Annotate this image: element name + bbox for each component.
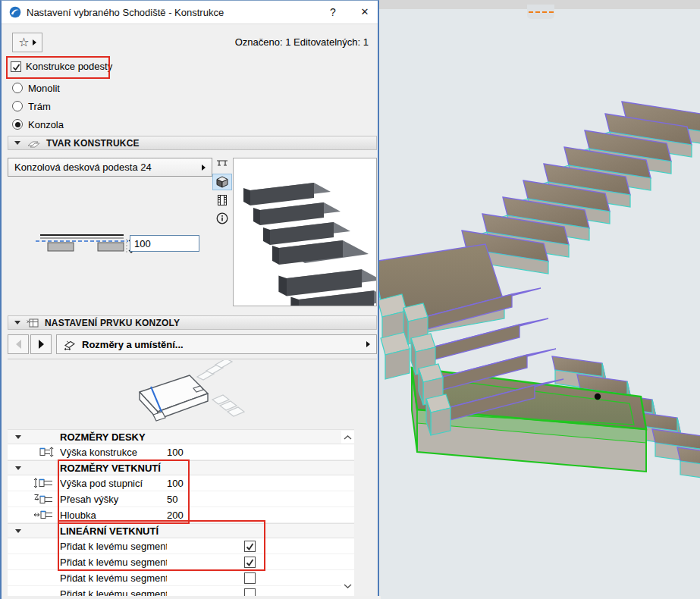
view-symbol-button[interactable]: [212, 155, 232, 172]
dimensions-sketch-icon: [63, 338, 77, 350]
radio-konzola-label: Konzola: [28, 119, 64, 130]
dropdown-arrow-icon: [202, 165, 206, 171]
collapse-triangle-icon: [14, 321, 20, 325]
radio-icon: [12, 83, 23, 93]
shape-pages-icon: [26, 138, 41, 149]
chevron-up-icon: [344, 435, 352, 440]
table-row[interactable]: Výška konstrukce100: [8, 444, 354, 460]
prop-table-rows: ROZMĚRY DESKYVýška konstrukce100ROZMĚRY …: [8, 429, 354, 599]
orange-dash-icon: [549, 11, 554, 13]
collapse-triangle-icon: [14, 141, 20, 145]
row-label: Přidat k levému segment...: [60, 541, 167, 552]
table-row[interactable]: Hloubka200: [8, 507, 354, 523]
radio-konzola[interactable]: Konzola: [12, 118, 64, 131]
row-label: Přesah výšky: [60, 494, 167, 505]
dialog-title: Nastavení vybraného Schodiště - Konstruk…: [27, 7, 224, 18]
dim-under-tread-icon: [33, 478, 54, 488]
scroll-down-button[interactable]: [341, 579, 354, 592]
chevron-down-icon: [344, 584, 352, 588]
settings-table-icon: [26, 317, 39, 329]
archicad-logo-icon: [9, 6, 21, 18]
row-value[interactable]: 200: [167, 510, 212, 521]
section-nastaveni-prvku-konzoly[interactable]: NASTAVENÍ PRVKU KONZOLY: [8, 315, 377, 330]
collapse-triangle-icon[interactable]: [15, 529, 21, 533]
segment-checkbox[interactable]: [244, 557, 256, 568]
staircase-3d-model[interactable]: [379, 9, 700, 599]
3d-viewport[interactable]: [379, 0, 700, 599]
prev-page-button[interactable]: [8, 334, 29, 354]
table-row[interactable]: Přidat k levému segment...: [8, 554, 354, 570]
row-value[interactable]: 100: [167, 447, 212, 458]
viewport-tab[interactable]: [527, 5, 554, 19]
help-button[interactable]: ?: [325, 4, 341, 20]
table-group-row[interactable]: ROZMĚRY DESKY: [8, 429, 354, 444]
orange-dash-icon: [529, 11, 533, 13]
page-selector-dropdown[interactable]: Rozměry a umístění...: [56, 334, 377, 354]
dim-overhang-icon: [33, 494, 54, 504]
prop-table: ROZMĚRY DESKYVýška konstrukce100ROZMĚRY …: [8, 429, 354, 596]
table-group-row[interactable]: ROZMĚRY VETKNUTÍ: [8, 460, 354, 475]
segment-checkbox[interactable]: [244, 572, 256, 584]
scroll-up-button[interactable]: [341, 431, 354, 444]
table-group-row[interactable]: LINEÁRNÍ VETKNUTÍ: [8, 523, 354, 538]
section-title: NASTAVENÍ PRVKU KONZOLY: [45, 318, 180, 328]
radio-monolit[interactable]: Monolit: [12, 81, 60, 95]
preset-name: Konzolová desková podesta 24: [14, 162, 152, 173]
konstrukce-podesty-checkbox[interactable]: [11, 61, 21, 72]
dropdown-arrow-icon: [366, 341, 370, 347]
info-icon: [215, 212, 229, 225]
radio-tram[interactable]: Trám: [12, 99, 51, 113]
orange-dash-icon: [535, 11, 540, 13]
radio-icon: [12, 119, 23, 130]
row-label: Přidat k levému segment...: [60, 557, 167, 568]
konstrukce-podesty-label: Konstrukce podesty: [26, 61, 112, 72]
divider: [8, 359, 377, 359]
concrete-stairs-preview-image: [234, 158, 376, 306]
dialog-titlebar[interactable]: Nastavení vybraného Schodiště - Konstruk…: [2, 1, 378, 24]
dialog-bottom-strip: [2, 596, 381, 599]
table-row[interactable]: Přidat k levému segment...: [8, 538, 354, 554]
star-icon: ☆: [18, 36, 29, 49]
row-label: ROZMĚRY DESKY: [60, 431, 354, 443]
row-label: LINEÁRNÍ VETKNUTÍ: [60, 525, 354, 537]
info-button[interactable]: [212, 210, 232, 227]
cube-3d-icon: [215, 175, 229, 189]
dropdown-arrow-icon: [33, 39, 36, 45]
collapse-triangle-icon[interactable]: [15, 435, 21, 439]
table-row[interactable]: Výška pod stupnicí100: [8, 475, 354, 491]
dim-height-icon: [33, 447, 54, 457]
dim-depth-icon: [33, 510, 54, 520]
arrow-left-icon: [16, 340, 21, 349]
konstrukce-podesty-row[interactable]: Konstrukce podesty: [11, 61, 112, 72]
orange-dash-icon: [542, 11, 547, 13]
favorites-button[interactable]: ☆: [12, 33, 42, 52]
section-title: TVAR KONSTRUKCE: [46, 138, 140, 149]
page-selector-label: Rozměry a umístění...: [82, 339, 184, 350]
table-row[interactable]: Přidat k levému segment...: [8, 570, 354, 586]
row-label: ROZMĚRY VETKNUTÍ: [60, 463, 354, 474]
row-label: Přidat k levému segment...: [60, 572, 167, 584]
landing-section-diagram: [36, 233, 134, 254]
stair-settings-dialog: Nastavení vybraného Schodiště - Konstruk…: [0, 0, 379, 599]
segment-checkbox[interactable]: [244, 541, 256, 552]
construction-preview: [233, 158, 377, 306]
edit-hotspot-dot[interactable]: [595, 394, 601, 400]
close-button[interactable]: ✕: [356, 4, 373, 20]
table-row[interactable]: Přesah výšky50: [8, 491, 354, 507]
view-list-button[interactable]: [212, 192, 232, 209]
section-tvar-konstrukce[interactable]: TVAR KONSTRUKCE: [8, 136, 377, 150]
row-value[interactable]: 50: [167, 494, 212, 505]
construction-height-input[interactable]: [130, 235, 199, 252]
row-label: Výška pod stupnicí: [60, 478, 167, 489]
row-value[interactable]: 100: [167, 478, 212, 489]
arrow-right-icon: [39, 340, 44, 349]
view-3d-button[interactable]: [212, 174, 232, 190]
row-label: Hloubka: [60, 510, 167, 521]
selection-status: Označeno: 1 Editovatelných: 1: [235, 36, 369, 48]
collapse-triangle-icon[interactable]: [15, 466, 21, 470]
screenshot-root: Nastavení vybraného Schodiště - Konstruk…: [0, 0, 700, 599]
radio-icon: [12, 101, 23, 111]
row-label: Výška konstrukce: [60, 447, 167, 458]
landing-preset-dropdown[interactable]: Konzolová desková podesta 24: [8, 158, 212, 177]
next-page-button[interactable]: [30, 334, 52, 354]
